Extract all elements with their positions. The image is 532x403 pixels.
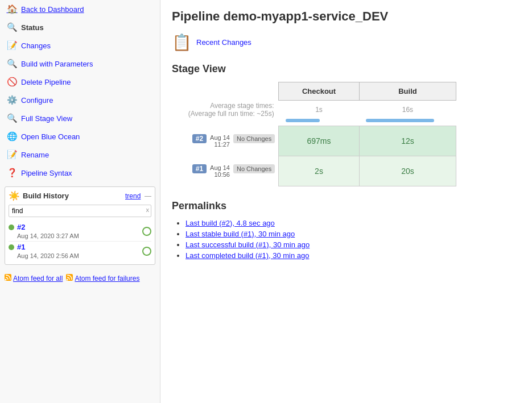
sidebar-item-changes[interactable]: 📝Changes (0, 36, 160, 55)
sidebar-item-pipeline-syntax[interactable]: ❓Pipeline Syntax (0, 164, 160, 182)
pipeline-syntax-icon: ❓ (7, 168, 17, 178)
stage-col-build: Build (359, 82, 456, 101)
permalink-link[interactable]: Last completed build (#1), 30 min ago (185, 251, 310, 260)
permalinks-title: Permalinks (172, 200, 521, 212)
clear-search-icon[interactable]: x (146, 206, 150, 213)
stage-cell-0: 2s (279, 156, 360, 186)
permalink-item: Last stable build (#1), 30 min ago (185, 230, 521, 238)
atom-feed-all-link[interactable]: Atom feed for all (5, 274, 63, 282)
build-progress-bar (366, 119, 434, 122)
build-number-link[interactable]: #1 (17, 243, 25, 251)
trend-dash[interactable]: — (145, 192, 151, 200)
build-status-dot (9, 244, 14, 250)
trend-controls: trend — (125, 192, 151, 200)
empty-header (172, 82, 279, 101)
avg-label: Average stage times: (Average full run t… (172, 101, 279, 119)
changes-icon: 📝 (7, 40, 17, 51)
build-item-build-1: #1 Aug 14, 2020 2:56 AM (9, 242, 151, 261)
no-changes-badge: No Changes (233, 134, 275, 143)
build-item-left: #1 Aug 14, 2020 2:56 AM (9, 243, 79, 260)
sidebar-item-status[interactable]: 🔍Status (0, 18, 160, 36)
stage-cell-1: 20s (359, 156, 456, 186)
search-input[interactable] (9, 205, 151, 217)
build-date: Aug 14, 2020 3:27 AM (17, 232, 79, 239)
build-history-section: ☀️ Build History trend — x #2 Aug 14, 20… (5, 186, 155, 265)
trend-link[interactable]: trend (125, 192, 141, 200)
build-status-circle (142, 247, 151, 256)
build-with-parameters-icon: 🔍 (7, 59, 17, 69)
stage-cell-0: 697ms (279, 126, 360, 156)
notepad-icon: 📋 (172, 33, 192, 52)
stage-header-row: Checkout Build (172, 82, 456, 101)
sidebar-item-configure[interactable]: ⚙️Configure (0, 91, 160, 109)
back-to-dashboard-link[interactable]: 🏠 Back to Dashboard (0, 0, 160, 18)
build-items-list: #2 Aug 14, 2020 3:27 AM #1 Aug 14, 2020 … (9, 222, 151, 261)
sidebar-item-rename[interactable]: 📝Rename (0, 146, 160, 164)
permalinks-section: Permalinks Last build (#2), 4.8 sec agoL… (172, 200, 521, 260)
build-status-dot (9, 225, 14, 230)
build-badge[interactable]: #2 (192, 134, 207, 143)
empty-progress (172, 119, 279, 126)
back-icon: 🏠 (7, 4, 17, 14)
permalink-item: Last completed build (#1), 30 min ago (185, 251, 521, 260)
rss-all-icon (5, 274, 11, 282)
permalink-item: Last build (#2), 4.8 sec ago (185, 219, 521, 227)
rss-failures-icon (66, 274, 73, 282)
atom-feeds: Atom feed for all Atom feed for failures (5, 274, 155, 282)
rename-icon: 📝 (7, 149, 17, 160)
build-status-circle (142, 227, 151, 236)
nav-list: 🔍Status📝Changes🔍Build with Parameters🚫De… (0, 18, 160, 182)
sidebar-item-delete-pipeline[interactable]: 🚫Delete Pipeline (0, 73, 160, 91)
svg-point-1 (5, 279, 7, 281)
stage-view-title: Stage View (172, 63, 521, 75)
full-stage-view-icon: 🔍 (7, 113, 17, 123)
avg-times-row: Average stage times: (Average full run t… (172, 101, 456, 119)
checkout-avg: 1s (279, 101, 360, 119)
permalinks-list: Last build (#2), 4.8 sec agoLast stable … (172, 219, 521, 260)
page-title: Pipeline demo-myapp1-service_DEV (172, 9, 521, 24)
build-history-title: ☀️ Build History (9, 190, 69, 201)
atom-feed-failures-link[interactable]: Atom feed for failures (66, 274, 139, 282)
stage-view-table: Checkout Build Average stage times: (Ave… (172, 82, 456, 186)
stage-col-checkout: Checkout (279, 82, 360, 101)
build-label-cell: #2 Aug 14 11:27 No Changes (172, 126, 279, 156)
build-label-cell: #1 Aug 14 10:56 No Changes (172, 156, 279, 186)
permalink-link[interactable]: Last stable build (#1), 30 min ago (185, 230, 295, 238)
stage-cell-1: 12s (359, 126, 456, 156)
delete-pipeline-icon: 🚫 (7, 77, 17, 87)
recent-changes-link[interactable]: 📋 Recent Changes (172, 33, 521, 52)
permalink-link[interactable]: Last successful build (#1), 30 min ago (185, 240, 310, 249)
sun-icon: ☀️ (9, 190, 20, 201)
sidebar: 🏠 Back to Dashboard 🔍Status📝Changes🔍Buil… (0, 0, 160, 403)
sidebar-item-full-stage-view[interactable]: 🔍Full Stage View (0, 109, 160, 127)
status-icon: 🔍 (7, 22, 17, 32)
build-item-left: #2 Aug 14, 2020 3:27 AM (9, 223, 79, 240)
permalink-item: Last successful build (#1), 30 min ago (185, 240, 521, 249)
build-progress-cell (359, 119, 456, 126)
stage-view-section: Stage View Checkout Build Average stage … (172, 63, 521, 186)
stage-build-row-1: #2 Aug 14 11:27 No Changes 697ms12s (172, 126, 456, 156)
main-content: Pipeline demo-myapp1-service_DEV 📋 Recen… (160, 0, 532, 403)
search-container: x (9, 205, 151, 217)
progress-bar-row (172, 119, 456, 126)
stage-build-row-2: #1 Aug 14 10:56 No Changes 2s20s (172, 156, 456, 186)
sidebar-item-build-with-parameters[interactable]: 🔍Build with Parameters (0, 55, 160, 73)
build-number-link[interactable]: #2 (17, 223, 25, 231)
no-changes-badge: No Changes (233, 164, 275, 173)
sidebar-item-open-blue-ocean[interactable]: 🌐Open Blue Ocean (0, 127, 160, 146)
svg-point-3 (67, 279, 68, 281)
build-badge[interactable]: #1 (192, 164, 207, 173)
build-item-build-2: #2 Aug 14, 2020 3:27 AM (9, 222, 151, 242)
permalink-link[interactable]: Last build (#2), 4.8 sec ago (185, 219, 275, 227)
checkout-progress-cell (279, 119, 360, 126)
build-date: Aug 14, 2020 2:56 AM (17, 252, 79, 259)
checkout-progress-bar (286, 119, 320, 122)
open-blue-ocean-icon: 🌐 (7, 131, 17, 142)
build-avg: 16s (359, 101, 456, 119)
configure-icon: ⚙️ (7, 95, 17, 105)
